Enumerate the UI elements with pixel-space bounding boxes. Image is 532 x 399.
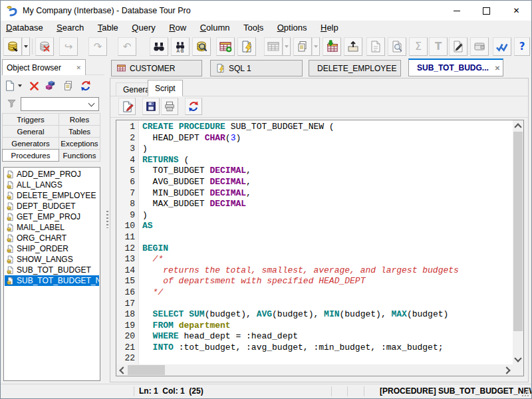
category-tab-roles[interactable]: Roles (59, 113, 100, 126)
procedure-list-item[interactable]: ADD_EMP_PROJ (5, 169, 99, 180)
category-tab-exceptions[interactable]: Exceptions (59, 137, 100, 150)
open-table-dropdown[interactable] (283, 37, 291, 56)
menu-item-options[interactable]: Options (272, 21, 313, 35)
refresh-objects-button[interactable] (78, 78, 94, 94)
menu-item-row[interactable]: Row (164, 21, 192, 35)
print-preview-button[interactable] (388, 37, 406, 56)
horizontal-scroll-thumb[interactable] (128, 365, 165, 375)
close-database-button[interactable] (35, 37, 54, 56)
menu-item-help[interactable]: Help (315, 21, 344, 35)
procedure-list-item[interactable]: SUB_TOT_BUDGET_NEW (5, 275, 99, 286)
code-line: returns the total, smallest, average, an… (142, 265, 513, 277)
object-browser-tab[interactable]: Object Browser ✕ (2, 59, 86, 75)
line-number: 1 (116, 122, 138, 133)
procedure-list-item[interactable]: DELETE_EMPLOYEE (5, 190, 99, 201)
open-database-button[interactable] (3, 37, 22, 56)
category-tab-functions[interactable]: Functions (59, 149, 100, 162)
menu-item-database[interactable]: Database (1, 21, 49, 35)
text-mode-button[interactable]: T (429, 37, 448, 56)
procedure-name: ALL_LANGS (17, 180, 63, 190)
procedure-list-item[interactable]: SHOW_LANGS (5, 254, 99, 265)
code-line: BEGIN (142, 243, 513, 255)
document-tab-delete-employee[interactable]: DELETE_EMPLOYEE (309, 60, 401, 76)
open-table-button[interactable] (264, 37, 283, 56)
scroll-right-button[interactable] (502, 364, 513, 376)
menu-item-table[interactable]: Table (92, 21, 124, 35)
undo-button[interactable]: ↶ (118, 37, 136, 56)
blob-wallet-button[interactable] (470, 37, 489, 56)
chevron-right-icon (503, 366, 510, 374)
chevron-down-icon[interactable] (88, 100, 95, 106)
vertical-scroll-thumb[interactable] (513, 132, 523, 331)
category-tab-procedures[interactable]: Procedures (2, 149, 59, 162)
copy-data-button[interactable] (293, 37, 312, 56)
code-area[interactable]: CREATE PROCEDURE SUB_TOT_BUDGET_NEW ( HE… (139, 120, 513, 364)
procedure-list-item[interactable]: MAIL_LABEL (5, 222, 99, 233)
copy-data-dropdown[interactable] (312, 37, 320, 56)
import-data-button[interactable] (323, 37, 341, 56)
new-object-button[interactable] (2, 78, 18, 94)
create-table-button[interactable] (216, 37, 235, 56)
scroll-down-button[interactable] (513, 354, 523, 364)
edit-blob-button[interactable] (449, 37, 467, 56)
replace-button[interactable]: A·B (171, 37, 190, 56)
procedure-list-item[interactable]: SUB_TOT_BUDGET (5, 265, 99, 275)
procedure-list-item[interactable]: ORG_CHART (5, 233, 99, 243)
script-objects-button[interactable] (42, 78, 58, 94)
report-button[interactable] (366, 37, 385, 56)
dropdown-icon (314, 45, 318, 48)
maximize-button[interactable] (471, 1, 501, 21)
menu-item-search[interactable]: Search (51, 21, 89, 35)
copy-object-button[interactable] (61, 78, 76, 94)
close-icon[interactable]: ✕ (76, 65, 81, 71)
menu-item-column[interactable]: Column (195, 21, 235, 35)
horizontal-scrollbar[interactable] (116, 364, 513, 376)
object-filter-combobox[interactable] (21, 97, 99, 111)
print-script-button[interactable] (161, 98, 178, 115)
current-object-status: [PROCEDURE] SUB_TOT_BUDGET_NEW (380, 384, 532, 398)
tab-script[interactable]: Script (148, 80, 183, 96)
find-button[interactable] (150, 37, 168, 56)
procedure-list-item[interactable]: DEPT_BUDGET (5, 201, 99, 211)
category-tab-triggers[interactable]: Triggers (2, 113, 59, 126)
resize-grip[interactable] (522, 389, 529, 396)
procedure-list-item[interactable]: GET_EMP_PROJ (5, 211, 99, 222)
object-filter-input[interactable] (21, 98, 89, 110)
category-tab-generators[interactable]: Generators (2, 137, 59, 150)
code-line: AVG_BUDGET DECIMAL, (142, 177, 513, 188)
procedure-list-item[interactable]: ALL_LANGS (5, 180, 99, 190)
category-tab-tables[interactable]: Tables (59, 125, 100, 138)
document-tab-customer[interactable]: CUSTOMER (111, 60, 202, 76)
category-tab-general[interactable]: General (2, 125, 59, 138)
close-tab-icon[interactable]: ✕ (495, 65, 500, 72)
verify-data-button[interactable] (493, 37, 511, 56)
menu-item-query[interactable]: Query (126, 21, 160, 35)
scroll-up-button[interactable] (513, 120, 523, 131)
document-tab-sub-tot-budget-new[interactable]: SUB_TOT_BUDG... ✕ (408, 59, 503, 76)
run-button[interactable]: ↪ (59, 37, 78, 56)
document-tab-sql1[interactable]: SQL 1 (210, 60, 303, 76)
execute-query-button[interactable] (237, 37, 256, 56)
procedure-list[interactable]: ADD_EMP_PROJ ALL_LANGS DELETE_EMPLOYEE D… (3, 167, 100, 381)
new-document-icon (4, 80, 16, 92)
redo-button[interactable]: ↷ (88, 37, 107, 56)
aggregate-sum-button[interactable]: Σ (409, 37, 428, 56)
menu-item-tools[interactable]: Tools (238, 21, 269, 35)
export-data-button[interactable] (344, 37, 362, 56)
close-button[interactable]: ✕ (501, 1, 531, 21)
scroll-left-button[interactable] (116, 364, 127, 376)
search-in-database-button[interactable] (192, 37, 211, 56)
vertical-scrollbar[interactable] (513, 120, 523, 364)
procedure-name: ADD_EMP_PROJ (17, 170, 81, 179)
new-object-dropdown[interactable] (17, 78, 23, 94)
panel-splitter[interactable] (104, 58, 110, 385)
help-button[interactable]: ? (514, 37, 530, 56)
refresh-script-button[interactable] (185, 98, 202, 115)
procedure-list-item[interactable]: SHIP_ORDER (5, 243, 99, 254)
open-database-dropdown[interactable] (22, 37, 30, 56)
minimize-button[interactable] (442, 1, 471, 21)
edit-script-button[interactable] (118, 98, 136, 115)
save-script-button[interactable] (142, 98, 160, 115)
import-data-icon (325, 40, 338, 53)
delete-object-button[interactable] (26, 78, 42, 94)
